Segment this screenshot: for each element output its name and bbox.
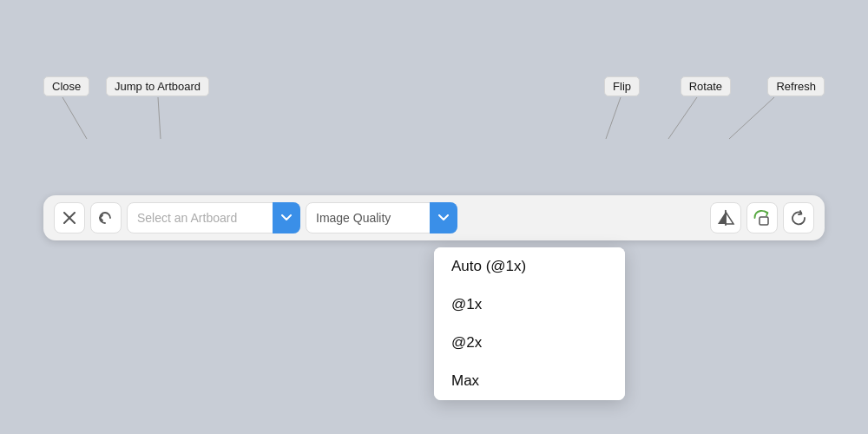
tooltip-flip: Flip [604,76,640,96]
rotate-button[interactable] [746,202,778,233]
svg-line-1 [158,97,161,139]
quality-select[interactable] [306,202,457,233]
tooltip-close: Close [43,76,89,96]
quality-select-wrapper: Image Quality [306,202,457,233]
artboard-select[interactable] [127,202,300,233]
svg-marker-8 [726,212,733,224]
svg-line-4 [729,97,774,139]
dropdown-item-2x[interactable]: @2x [434,324,625,362]
close-button[interactable] [54,202,85,233]
svg-line-0 [62,97,87,139]
artboard-select-wrapper: Select an Artboard [127,202,300,233]
svg-marker-7 [718,212,726,224]
toolbar-right-buttons [710,202,814,233]
svg-line-3 [668,97,697,139]
refresh-button[interactable] [783,202,814,233]
tooltip-jump: Jump to Artboard [106,76,209,96]
svg-rect-10 [760,217,768,225]
main-toolbar: Select an Artboard Image Quality [43,195,825,240]
svg-line-2 [606,97,621,139]
tooltip-rotate: Rotate [681,76,731,96]
quality-dropdown-menu: Auto (@1x) @1x @2x Max [434,247,625,400]
dropdown-item-1x[interactable]: @1x [434,286,625,324]
dropdown-item-max[interactable]: Max [434,362,625,400]
flip-button[interactable] [710,202,741,233]
tooltip-refresh: Refresh [767,76,825,96]
dropdown-item-auto[interactable]: Auto (@1x) [434,247,625,286]
jump-to-artboard-button[interactable] [90,202,122,233]
